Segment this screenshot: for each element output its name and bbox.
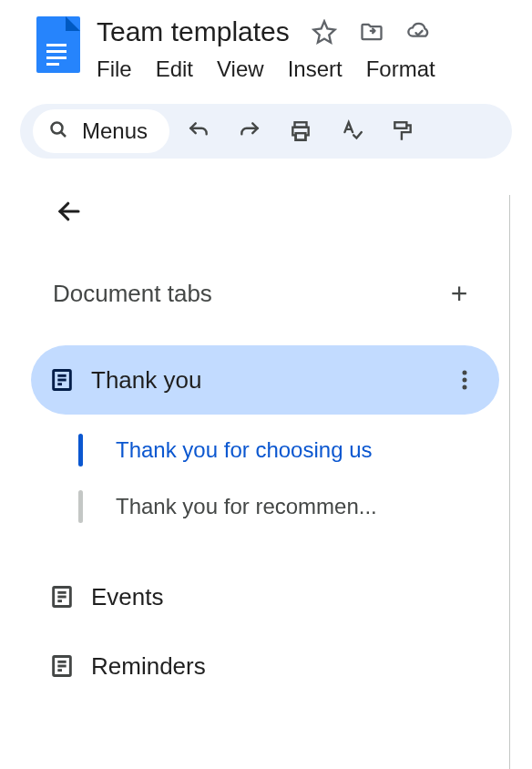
svg-line-1 <box>61 132 66 137</box>
svg-point-11 <box>463 385 467 390</box>
tab-label: Reminders <box>91 652 479 681</box>
star-icon[interactable] <box>312 19 337 45</box>
tab-more-button[interactable] <box>450 365 479 395</box>
document-tabs-panel: Document tabs + Thank you Thank you for … <box>0 159 532 701</box>
outline-indicator-icon <box>78 490 83 523</box>
document-tab-icon <box>49 653 75 679</box>
redo-button[interactable] <box>228 109 271 153</box>
menu-view[interactable]: View <box>217 56 264 82</box>
outline-label: Thank you for recommen... <box>116 494 377 519</box>
menubar: File Edit View Insert Format <box>97 56 532 82</box>
tab-events[interactable]: Events <box>31 562 499 631</box>
app-header: Team templates File Edit View Insert For… <box>0 0 532 82</box>
back-button[interactable] <box>47 190 91 233</box>
svg-point-0 <box>52 123 63 134</box>
search-menus-button[interactable]: Menus <box>33 109 169 153</box>
move-folder-icon[interactable] <box>359 19 384 45</box>
tabs-panel-title: Document tabs <box>53 280 212 308</box>
tab-outline: Thank you for choosing us Thank you for … <box>78 422 532 535</box>
document-tab-icon <box>49 584 75 610</box>
search-icon <box>47 118 69 144</box>
vertical-divider <box>509 195 510 769</box>
tab-label: Thank you <box>91 366 434 395</box>
outline-item-recommending[interactable]: Thank you for recommen... <box>78 478 532 535</box>
svg-rect-3 <box>296 133 306 140</box>
document-tab-icon <box>49 367 75 393</box>
menu-file[interactable]: File <box>97 56 132 82</box>
title-area: Team templates File Edit View Insert For… <box>97 16 532 82</box>
cloud-status-icon[interactable] <box>406 19 432 45</box>
tab-label: Events <box>91 583 479 611</box>
tabs-header: Document tabs + <box>53 277 474 311</box>
tab-thank-you[interactable]: Thank you <box>31 345 499 415</box>
add-tab-button[interactable]: + <box>445 277 474 311</box>
print-button[interactable] <box>279 109 322 153</box>
svg-point-9 <box>463 371 467 375</box>
docs-logo-icon[interactable] <box>36 16 80 73</box>
toolbar: Menus <box>20 104 512 159</box>
menu-format[interactable]: Format <box>366 56 435 82</box>
tab-reminders[interactable]: Reminders <box>31 631 499 701</box>
search-label: Menus <box>82 118 148 144</box>
spellcheck-button[interactable] <box>330 109 373 153</box>
outline-indicator-icon <box>78 434 83 467</box>
svg-rect-4 <box>394 122 406 128</box>
menu-edit[interactable]: Edit <box>156 56 193 82</box>
outline-label: Thank you for choosing us <box>116 437 373 463</box>
outline-item-choosing-us[interactable]: Thank you for choosing us <box>78 422 532 478</box>
undo-button[interactable] <box>177 109 220 153</box>
menu-insert[interactable]: Insert <box>288 56 343 82</box>
tabs-list: Thank you Thank you for choosing us Than… <box>47 345 532 701</box>
paint-format-button[interactable] <box>381 109 425 153</box>
document-title[interactable]: Team templates <box>97 16 290 47</box>
title-row: Team templates <box>97 16 532 47</box>
svg-point-10 <box>463 378 467 383</box>
